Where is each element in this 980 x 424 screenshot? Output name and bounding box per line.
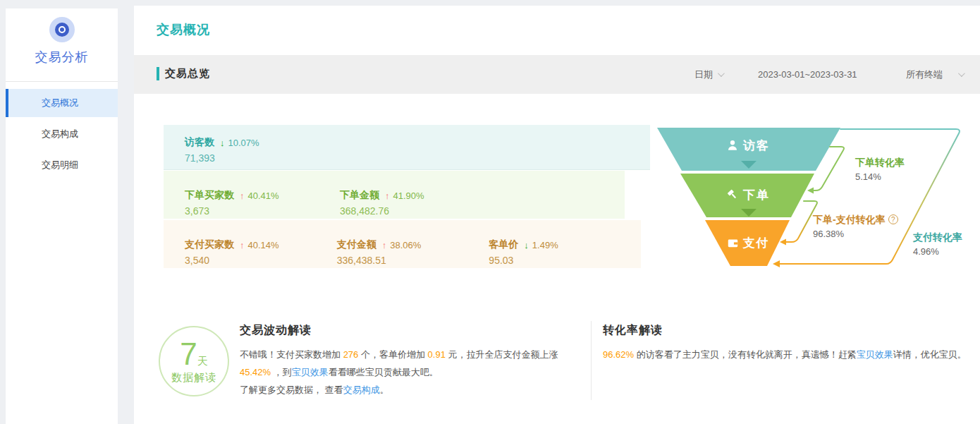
- metric-change-pct: 41.90%: [393, 190, 424, 201]
- order-conversion-label: 下单转化率: [855, 155, 905, 169]
- highlight-value: 0.91: [428, 349, 446, 360]
- seven-day-badge: 7 天 数据解读: [159, 326, 229, 396]
- metric-order-buyers: 下单买家数 40.41% 3,673: [185, 189, 340, 219]
- fluctuation-title: 交易波动解读: [240, 323, 584, 338]
- metric-value: 3,540: [185, 255, 337, 266]
- stage-label: 支付: [743, 235, 770, 251]
- sidebar-item-trade-composition[interactable]: 交易构成: [6, 120, 118, 148]
- metric-change-pct: 40.14%: [248, 240, 279, 250]
- metric-pay-buyers: 支付买家数 40.14% 3,540: [185, 238, 337, 268]
- highlight-value: 276: [343, 349, 359, 360]
- metric-visitors: 访客数 10.07% 71,393: [185, 136, 340, 169]
- metric-value: 71,393: [185, 152, 340, 164]
- highlight-value: 45.42%: [240, 367, 271, 377]
- trend-down-icon: [524, 240, 529, 250]
- metric-row-order: 下单买家数 40.41% 3,673 下单金额 41.90% 368,482.7…: [164, 171, 625, 219]
- sidebar-title: 交易分析: [6, 49, 118, 66]
- section-accent-bar: [157, 67, 159, 80]
- trend-up-icon: [240, 190, 245, 201]
- metric-label: 访客数: [185, 136, 214, 149]
- fluctuation-text: 不错哦！支付买家数增加 276 个，客单价增加 0.91 元，拉升全店支付金额上…: [240, 346, 584, 399]
- order-conversion-value: 5.14%: [855, 170, 881, 184]
- pay-conversion-label: 支付转化率: [913, 230, 962, 244]
- metric-label: 客单价: [489, 238, 518, 251]
- metric-change-pct: 1.49%: [532, 240, 558, 250]
- metric-value: 3,673: [185, 205, 340, 217]
- trend-up-icon: [382, 240, 387, 250]
- insight-divider: [591, 321, 592, 400]
- text: ，到: [271, 367, 292, 377]
- target-icon: [49, 17, 75, 42]
- sidebar-menu: 交易概况 交易构成 交易明细: [6, 89, 118, 179]
- sidebar-item-trade-detail[interactable]: 交易明细: [6, 151, 118, 179]
- stage-label: 访客: [743, 138, 770, 154]
- metric-change-pct: 38.06%: [390, 240, 421, 250]
- person-icon: [726, 139, 739, 152]
- text: 的访客看了主力宝贝，没有转化就离开，真遗憾！赶紧: [637, 349, 857, 360]
- page-title: 交易概况: [157, 21, 210, 38]
- item-effect-link[interactable]: 宝贝效果: [857, 349, 893, 360]
- section-title: 交易总览: [165, 67, 210, 80]
- sidebar: 交易分析 交易概况 交易构成 交易明细: [6, 8, 118, 424]
- metric-change-pct: 10.07%: [228, 138, 259, 148]
- gavel-icon: [726, 188, 739, 201]
- sidebar-divider: [6, 81, 118, 82]
- metric-value: 336,438.51: [337, 255, 489, 266]
- chevron-down-icon: [718, 70, 725, 77]
- highlight-value: 96.62%: [603, 349, 637, 360]
- trend-up-icon: [240, 240, 245, 250]
- funnel-label-pay: 支付: [706, 234, 790, 251]
- date-range-picker[interactable]: 2023-03-01~2023-03-31: [758, 55, 857, 94]
- metric-value: 95.03: [489, 255, 641, 266]
- metric-pay-amount: 支付金额 38.06% 336,438.51: [337, 238, 489, 268]
- stage-label: 下单: [743, 187, 770, 203]
- metric-row-visitor: 访客数 10.07% 71,393: [164, 125, 650, 170]
- metric-label: 支付金额: [337, 238, 376, 251]
- metric-label: 下单金额: [340, 189, 379, 202]
- fluctuation-insight: 交易波动解读 不错哦！支付买家数增加 276 个，客单价增加 0.91 元，拉升…: [240, 323, 584, 399]
- metric-label: 下单买家数: [185, 189, 234, 202]
- badge-unit: 天: [197, 355, 208, 368]
- metric-row-payment: 支付买家数 40.14% 3,540 支付金额 38.06% 336,438.5…: [164, 220, 641, 268]
- text: 个，客单价增加: [358, 349, 427, 360]
- funnel-label-order: 下单: [706, 186, 790, 203]
- text: 了解更多交易数据， 查看: [240, 384, 343, 395]
- metric-change-pct: 40.41%: [248, 190, 279, 201]
- metric-value: 368,482.76: [340, 205, 495, 217]
- pay-conversion-value: 4.96%: [913, 245, 939, 259]
- metric-order-amount: 下单金额 41.90% 368,482.76: [340, 189, 495, 219]
- badge-days: 7: [180, 339, 197, 370]
- funnel-label-visitor: 访客: [706, 137, 790, 154]
- section-bar: 交易总览 日期 2023-03-01~2023-03-31 所有终端: [134, 55, 980, 94]
- trend-down-icon: [220, 138, 225, 148]
- main-panel: 交易概况 交易总览 日期 2023-03-01~2023-03-31 所有终端 …: [134, 6, 980, 424]
- date-type-dropdown[interactable]: 日期: [694, 55, 723, 94]
- item-effect-link[interactable]: 宝贝效果: [292, 367, 329, 377]
- chevron-down-icon: [958, 70, 965, 77]
- text: 不错哦！支付买家数增加: [240, 349, 343, 360]
- order-pay-conversion-value: 96.38%: [813, 227, 844, 241]
- wallet-icon: [727, 237, 739, 249]
- conversion-insight: 转化率解读 96.62% 的访客看了主力宝贝，没有转化就离开，真遗憾！赶紧宝贝效…: [603, 323, 969, 363]
- metric-avg-order-value: 客单价 1.49% 95.03: [489, 238, 641, 268]
- text: 看看哪些宝贝贡献最大吧。: [329, 367, 439, 377]
- order-pay-conversion-label: 下单-支付转化率?: [813, 212, 898, 226]
- conversion-funnel-chart: 访客 下单 支付 下单转化率 5.14% 下单-支付转化率? 96.38% 支付…: [652, 120, 980, 272]
- sidebar-item-trade-overview[interactable]: 交易概况: [6, 89, 118, 117]
- help-icon[interactable]: ?: [888, 214, 898, 224]
- trade-composition-link[interactable]: 交易构成: [343, 384, 380, 395]
- text: 元，拉升全店支付金额上涨: [446, 349, 558, 360]
- badge-caption: 数据解读: [171, 371, 216, 384]
- conversion-title: 转化率解读: [603, 323, 969, 338]
- conversion-text: 96.62% 的访客看了主力宝贝，没有转化就离开，真遗憾！赶紧宝贝效果详情，优化…: [603, 346, 969, 363]
- metric-label: 支付买家数: [185, 238, 234, 251]
- arrow-left-icon: [807, 188, 814, 194]
- trend-up-icon: [385, 190, 390, 201]
- text: 。: [380, 384, 389, 395]
- text: 详情，优化宝贝。: [893, 349, 967, 360]
- arrow-left-icon: [773, 260, 780, 267]
- terminal-dropdown[interactable]: 所有终端: [906, 55, 963, 94]
